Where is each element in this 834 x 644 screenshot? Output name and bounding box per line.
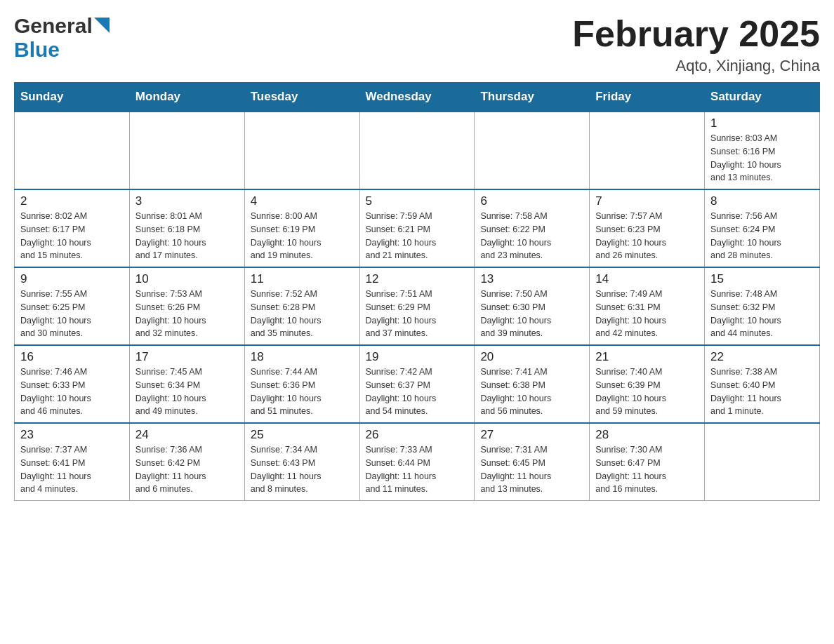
calendar-cell: 27Sunrise: 7:31 AMSunset: 6:45 PMDayligh… xyxy=(475,423,590,501)
day-number: 15 xyxy=(710,272,814,286)
day-info: Sunrise: 7:40 AMSunset: 6:39 PMDaylight:… xyxy=(595,365,699,418)
day-number: 4 xyxy=(251,194,354,208)
weekday-header-tuesday: Tuesday xyxy=(244,83,359,112)
day-info: Sunrise: 7:30 AMSunset: 6:47 PMDaylight:… xyxy=(595,443,699,496)
day-info: Sunrise: 7:41 AMSunset: 6:38 PMDaylight:… xyxy=(480,365,583,418)
day-info: Sunrise: 8:01 AMSunset: 6:18 PMDaylight:… xyxy=(135,210,239,262)
calendar-cell: 26Sunrise: 7:33 AMSunset: 6:44 PMDayligh… xyxy=(359,423,475,501)
day-number: 8 xyxy=(710,194,814,208)
logo-triangle-icon xyxy=(94,18,110,33)
day-number: 26 xyxy=(366,428,469,442)
day-number: 27 xyxy=(480,428,583,442)
calendar-cell: 28Sunrise: 7:30 AMSunset: 6:47 PMDayligh… xyxy=(590,423,705,501)
calendar-cell xyxy=(475,112,590,189)
day-info: Sunrise: 7:31 AMSunset: 6:45 PMDaylight:… xyxy=(480,443,583,496)
calendar-cell: 7Sunrise: 7:57 AMSunset: 6:23 PMDaylight… xyxy=(590,189,705,267)
weekday-header-sunday: Sunday xyxy=(15,83,130,112)
calendar-cell xyxy=(15,112,130,189)
calendar-cell: 15Sunrise: 7:48 AMSunset: 6:32 PMDayligh… xyxy=(705,267,820,345)
calendar-cell xyxy=(705,423,820,501)
logo-general-text: General xyxy=(14,14,93,38)
day-info: Sunrise: 7:33 AMSunset: 6:44 PMDaylight:… xyxy=(366,443,469,496)
calendar-cell: 10Sunrise: 7:53 AMSunset: 6:26 PMDayligh… xyxy=(129,267,244,345)
day-info: Sunrise: 7:34 AMSunset: 6:43 PMDaylight:… xyxy=(251,443,354,496)
calendar-cell xyxy=(359,112,475,189)
day-number: 28 xyxy=(595,428,699,442)
logo-blue-text: Blue xyxy=(14,38,60,61)
calendar-week-row: 1Sunrise: 8:03 AMSunset: 6:16 PMDaylight… xyxy=(15,112,820,189)
day-info: Sunrise: 7:53 AMSunset: 6:26 PMDaylight:… xyxy=(135,288,239,340)
calendar-cell: 12Sunrise: 7:51 AMSunset: 6:29 PMDayligh… xyxy=(359,267,475,345)
day-info: Sunrise: 7:36 AMSunset: 6:42 PMDaylight:… xyxy=(135,443,239,496)
day-number: 21 xyxy=(595,350,699,364)
weekday-header-thursday: Thursday xyxy=(475,83,590,112)
weekday-header-row: SundayMondayTuesdayWednesdayThursdayFrid… xyxy=(15,83,820,112)
day-number: 10 xyxy=(135,272,239,286)
day-number: 17 xyxy=(135,350,239,364)
day-number: 5 xyxy=(366,194,469,208)
calendar-cell: 18Sunrise: 7:44 AMSunset: 6:36 PMDayligh… xyxy=(244,345,359,423)
calendar-cell: 24Sunrise: 7:36 AMSunset: 6:42 PMDayligh… xyxy=(129,423,244,501)
calendar-cell xyxy=(129,112,244,189)
day-number: 22 xyxy=(710,350,814,364)
day-info: Sunrise: 7:44 AMSunset: 6:36 PMDaylight:… xyxy=(251,365,354,418)
day-info: Sunrise: 7:46 AMSunset: 6:33 PMDaylight:… xyxy=(20,365,124,418)
day-info: Sunrise: 7:55 AMSunset: 6:25 PMDaylight:… xyxy=(20,288,124,340)
calendar-cell: 13Sunrise: 7:50 AMSunset: 6:30 PMDayligh… xyxy=(475,267,590,345)
calendar-cell: 20Sunrise: 7:41 AMSunset: 6:38 PMDayligh… xyxy=(475,345,590,423)
calendar-cell: 2Sunrise: 8:02 AMSunset: 6:17 PMDaylight… xyxy=(15,189,130,267)
day-number: 6 xyxy=(480,194,583,208)
weekday-header-wednesday: Wednesday xyxy=(359,83,475,112)
day-number: 19 xyxy=(366,350,469,364)
calendar-cell xyxy=(590,112,705,189)
day-number: 16 xyxy=(20,350,124,364)
day-number: 3 xyxy=(135,194,239,208)
calendar-cell: 9Sunrise: 7:55 AMSunset: 6:25 PMDaylight… xyxy=(15,267,130,345)
calendar-cell: 25Sunrise: 7:34 AMSunset: 6:43 PMDayligh… xyxy=(244,423,359,501)
calendar-cell: 6Sunrise: 7:58 AMSunset: 6:22 PMDaylight… xyxy=(475,189,590,267)
calendar-cell: 4Sunrise: 8:00 AMSunset: 6:19 PMDaylight… xyxy=(244,189,359,267)
calendar-cell: 1Sunrise: 8:03 AMSunset: 6:16 PMDaylight… xyxy=(705,112,820,189)
day-number: 25 xyxy=(251,428,354,442)
day-number: 7 xyxy=(595,194,699,208)
calendar-week-row: 16Sunrise: 7:46 AMSunset: 6:33 PMDayligh… xyxy=(15,345,820,423)
day-info: Sunrise: 7:57 AMSunset: 6:23 PMDaylight:… xyxy=(595,210,699,262)
day-info: Sunrise: 7:56 AMSunset: 6:24 PMDaylight:… xyxy=(710,210,814,262)
day-info: Sunrise: 7:51 AMSunset: 6:29 PMDaylight:… xyxy=(366,288,469,340)
day-number: 13 xyxy=(480,272,583,286)
day-info: Sunrise: 7:45 AMSunset: 6:34 PMDaylight:… xyxy=(135,365,239,418)
day-number: 14 xyxy=(595,272,699,286)
calendar-cell: 8Sunrise: 7:56 AMSunset: 6:24 PMDaylight… xyxy=(705,189,820,267)
day-number: 23 xyxy=(20,428,124,442)
day-info: Sunrise: 7:42 AMSunset: 6:37 PMDaylight:… xyxy=(366,365,469,418)
calendar-cell: 21Sunrise: 7:40 AMSunset: 6:39 PMDayligh… xyxy=(590,345,705,423)
calendar-cell: 22Sunrise: 7:38 AMSunset: 6:40 PMDayligh… xyxy=(705,345,820,423)
day-number: 11 xyxy=(251,272,354,286)
weekday-header-friday: Friday xyxy=(590,83,705,112)
day-info: Sunrise: 8:03 AMSunset: 6:16 PMDaylight:… xyxy=(710,132,814,185)
day-info: Sunrise: 7:48 AMSunset: 6:32 PMDaylight:… xyxy=(710,288,814,340)
svg-marker-0 xyxy=(94,18,110,33)
title-block: February 2025 Aqto, Xinjiang, China xyxy=(572,14,820,75)
logo: General Blue xyxy=(14,14,110,62)
day-info: Sunrise: 7:49 AMSunset: 6:31 PMDaylight:… xyxy=(595,288,699,340)
calendar-week-row: 9Sunrise: 7:55 AMSunset: 6:25 PMDaylight… xyxy=(15,267,820,345)
calendar-cell: 5Sunrise: 7:59 AMSunset: 6:21 PMDaylight… xyxy=(359,189,475,267)
calendar-week-row: 2Sunrise: 8:02 AMSunset: 6:17 PMDaylight… xyxy=(15,189,820,267)
calendar-week-row: 23Sunrise: 7:37 AMSunset: 6:41 PMDayligh… xyxy=(15,423,820,501)
calendar-cell: 19Sunrise: 7:42 AMSunset: 6:37 PMDayligh… xyxy=(359,345,475,423)
day-info: Sunrise: 7:37 AMSunset: 6:41 PMDaylight:… xyxy=(20,443,124,496)
day-number: 9 xyxy=(20,272,124,286)
day-number: 18 xyxy=(251,350,354,364)
day-number: 2 xyxy=(20,194,124,208)
day-number: 1 xyxy=(710,116,814,130)
calendar-cell xyxy=(244,112,359,189)
calendar-cell: 16Sunrise: 7:46 AMSunset: 6:33 PMDayligh… xyxy=(15,345,130,423)
day-info: Sunrise: 8:00 AMSunset: 6:19 PMDaylight:… xyxy=(251,210,354,262)
calendar-cell: 14Sunrise: 7:49 AMSunset: 6:31 PMDayligh… xyxy=(590,267,705,345)
day-number: 12 xyxy=(366,272,469,286)
weekday-header-saturday: Saturday xyxy=(705,83,820,112)
day-info: Sunrise: 7:52 AMSunset: 6:28 PMDaylight:… xyxy=(251,288,354,340)
calendar-cell: 11Sunrise: 7:52 AMSunset: 6:28 PMDayligh… xyxy=(244,267,359,345)
day-info: Sunrise: 7:50 AMSunset: 6:30 PMDaylight:… xyxy=(480,288,583,340)
